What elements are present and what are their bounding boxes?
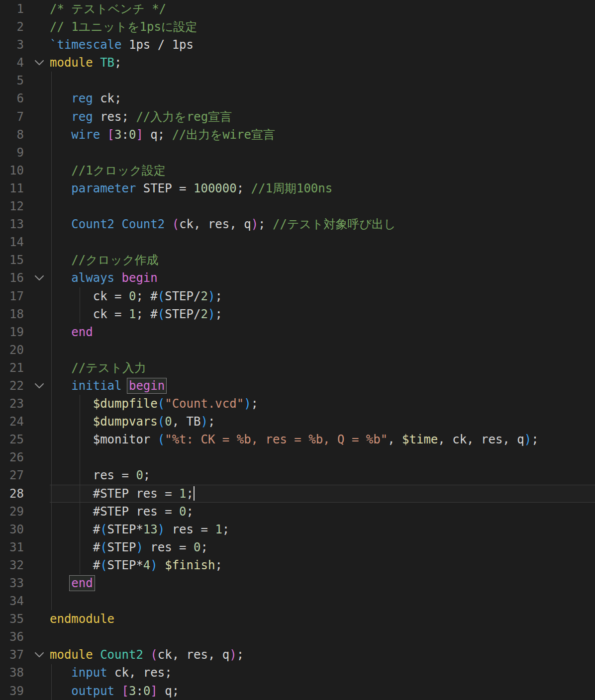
code-line[interactable]: 36: [0, 628, 595, 646]
code-line[interactable]: 15 //クロック作成: [0, 251, 595, 269]
line-number[interactable]: 37: [0, 646, 24, 664]
code-content[interactable]: wire [3:0] q; //出力をwire宣言: [50, 126, 595, 144]
line-number[interactable]: 30: [0, 521, 24, 538]
code-line[interactable]: 4module TB;: [0, 54, 595, 72]
line-number[interactable]: 28: [0, 485, 24, 503]
line-number[interactable]: 10: [0, 162, 24, 179]
code-content[interactable]: #(STEP*4) $finish;: [50, 556, 595, 574]
line-number[interactable]: 39: [0, 682, 24, 700]
code-line[interactable]: 34: [0, 592, 595, 610]
line-number[interactable]: 3: [0, 36, 24, 54]
code-line[interactable]: 38 input ck, res;: [0, 664, 595, 682]
line-number[interactable]: 26: [0, 448, 24, 466]
code-line[interactable]: 14: [0, 233, 595, 251]
code-content[interactable]: res = 0;: [50, 466, 595, 484]
code-line[interactable]: 21 //テスト入力: [0, 359, 595, 377]
code-line[interactable]: 30 #(STEP*13) res = 1;: [0, 521, 595, 538]
code-line[interactable]: 12: [0, 197, 595, 215]
code-content[interactable]: $dumpfile("Count.vcd");: [50, 395, 595, 413]
code-content[interactable]: end: [50, 574, 595, 592]
code-line[interactable]: 16 always begin: [0, 269, 595, 287]
code-line[interactable]: 1/* テストベンチ */: [0, 0, 595, 18]
line-number[interactable]: 11: [0, 179, 24, 197]
code-line[interactable]: 6 reg ck;: [0, 89, 595, 107]
line-number[interactable]: 4: [0, 54, 24, 72]
line-number[interactable]: 17: [0, 287, 24, 305]
code-line[interactable]: 33 end: [0, 574, 595, 592]
code-content[interactable]: //テスト入力: [50, 359, 595, 377]
code-line[interactable]: 29 #STEP res = 0;: [0, 503, 595, 521]
code-content[interactable]: $dumpvars(0, TB);: [50, 413, 595, 431]
code-line[interactable]: 39 output [3:0] q;: [0, 682, 595, 700]
code-content[interactable]: initial begin: [50, 377, 595, 395]
code-content[interactable]: [50, 72, 595, 89]
code-content[interactable]: #(STEP*13) res = 1;: [50, 521, 595, 538]
line-number[interactable]: 32: [0, 556, 24, 574]
code-content[interactable]: reg ck;: [50, 89, 595, 107]
code-content[interactable]: #(STEP) res = 0;: [50, 538, 595, 556]
code-line[interactable]: 5: [0, 72, 595, 89]
code-content[interactable]: input ck, res;: [50, 664, 595, 682]
code-line[interactable]: 24 $dumpvars(0, TB);: [0, 413, 595, 431]
line-number[interactable]: 19: [0, 323, 24, 341]
line-number[interactable]: 29: [0, 503, 24, 521]
line-number[interactable]: 31: [0, 538, 24, 556]
fold-toggle[interactable]: [24, 646, 50, 664]
code-content[interactable]: `timescale 1ps / 1ps: [50, 36, 595, 54]
code-content[interactable]: module Count2 (ck, res, q);: [50, 646, 595, 664]
line-number[interactable]: 12: [0, 197, 24, 215]
line-number[interactable]: 36: [0, 628, 24, 646]
code-line[interactable]: 27 res = 0;: [0, 466, 595, 484]
code-line[interactable]: 17 ck = 0; #(STEP/2);: [0, 287, 595, 305]
code-line[interactable]: 37module Count2 (ck, res, q);: [0, 646, 595, 664]
code-content[interactable]: [50, 628, 595, 646]
line-number[interactable]: 16: [0, 269, 24, 287]
line-number[interactable]: 24: [0, 413, 24, 431]
code-line[interactable]: 25 $monitor ("%t: CK = %b, res = %b, Q =…: [0, 431, 595, 448]
code-editor[interactable]: 1/* テストベンチ */2// 1ユニットを1psに設定3`timescale…: [0, 0, 595, 700]
code-content[interactable]: [50, 233, 595, 251]
code-line[interactable]: 28 #STEP res = 1;: [0, 485, 595, 503]
code-content[interactable]: Count2 Count2 (ck, res, q); //テスト対象呼び出し: [50, 215, 595, 233]
fold-toggle[interactable]: [24, 54, 50, 72]
code-content[interactable]: [50, 144, 595, 162]
line-number[interactable]: 1: [0, 0, 24, 18]
code-line[interactable]: 20: [0, 341, 595, 359]
line-number[interactable]: 7: [0, 108, 24, 126]
code-content[interactable]: ck = 1; #(STEP/2);: [50, 305, 595, 323]
code-line[interactable]: 13 Count2 Count2 (ck, res, q); //テスト対象呼び…: [0, 215, 595, 233]
line-number[interactable]: 27: [0, 466, 24, 484]
code-content[interactable]: //1クロック設定: [50, 162, 595, 179]
line-number[interactable]: 25: [0, 431, 24, 448]
line-number[interactable]: 5: [0, 72, 24, 89]
code-content[interactable]: always begin: [50, 269, 595, 287]
code-content[interactable]: [50, 592, 595, 610]
code-content[interactable]: [50, 341, 595, 359]
code-line[interactable]: 31 #(STEP) res = 0;: [0, 538, 595, 556]
code-line[interactable]: 7 reg res; //入力をreg宣言: [0, 108, 595, 126]
code-line[interactable]: 23 $dumpfile("Count.vcd");: [0, 395, 595, 413]
line-number[interactable]: 8: [0, 126, 24, 144]
line-number[interactable]: 9: [0, 144, 24, 162]
line-number[interactable]: 21: [0, 359, 24, 377]
code-content[interactable]: #STEP res = 1;: [50, 485, 595, 503]
line-number[interactable]: 15: [0, 251, 24, 269]
line-number[interactable]: 22: [0, 377, 24, 395]
line-number[interactable]: 38: [0, 664, 24, 682]
line-number[interactable]: 34: [0, 592, 24, 610]
code-content[interactable]: reg res; //入力をreg宣言: [50, 108, 595, 126]
code-content[interactable]: #STEP res = 0;: [50, 503, 595, 521]
line-number[interactable]: 2: [0, 18, 24, 36]
code-content[interactable]: module TB;: [50, 54, 595, 72]
code-content[interactable]: $monitor ("%t: CK = %b, res = %b, Q = %b…: [50, 431, 595, 448]
code-line[interactable]: 19 end: [0, 323, 595, 341]
code-line[interactable]: 32 #(STEP*4) $finish;: [0, 556, 595, 574]
fold-toggle[interactable]: [24, 377, 50, 395]
fold-toggle[interactable]: [24, 269, 50, 287]
code-line[interactable]: 22 initial begin: [0, 377, 595, 395]
line-number[interactable]: 23: [0, 395, 24, 413]
code-line[interactable]: 9: [0, 144, 595, 162]
line-number[interactable]: 20: [0, 341, 24, 359]
code-line[interactable]: 18 ck = 1; #(STEP/2);: [0, 305, 595, 323]
code-line[interactable]: 10 //1クロック設定: [0, 162, 595, 179]
